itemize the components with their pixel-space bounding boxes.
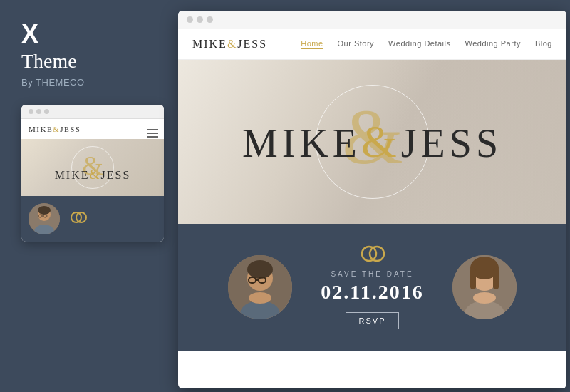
browser-dot-3	[207, 16, 213, 23]
mobile-dot-1	[28, 109, 33, 114]
mobile-browser-bar	[21, 105, 164, 119]
nav-link-home[interactable]: Home	[301, 39, 323, 49]
dark-section: SAVE THE DATE 02.11.2016 RSVP	[178, 224, 566, 351]
save-date-value: 02.11.2016	[321, 281, 423, 304]
desktop-logo: MIKE&JESS	[192, 38, 267, 51]
nav-link-wedding-details[interactable]: Wedding Details	[388, 39, 450, 49]
svg-point-13	[247, 260, 273, 279]
nav-link-wedding-party[interactable]: Wedding Party	[465, 39, 521, 49]
svg-point-3	[38, 206, 51, 215]
mobile-logo: MIKE&JESS	[28, 125, 81, 133]
nav-link-our-story[interactable]: Our Story	[338, 39, 375, 49]
nav-link-blog[interactable]: Blog	[535, 39, 552, 49]
avatar-female-svg	[452, 255, 517, 319]
svg-rect-24	[470, 268, 476, 289]
mobile-avatar-male-svg	[28, 203, 60, 234]
center-content: SAVE THE DATE 02.11.2016 RSVP	[321, 245, 423, 329]
svg-point-18	[249, 292, 271, 304]
avatar-male-svg	[228, 255, 292, 319]
desktop-nav: MIKE&JESS Home Our Story Wedding Details…	[178, 29, 566, 60]
sidebar-theme-label: Theme	[21, 50, 77, 73]
save-the-date-label: SAVE THE DATE	[321, 270, 423, 278]
sidebar-x-icon: X	[21, 21, 38, 47]
hero-title: MIKE&JESS	[242, 119, 502, 165]
mobile-preview: MIKE&JESS & MIKE&JESS	[21, 105, 164, 242]
sidebar-by-label: By By THEMECOTHEMECO	[21, 77, 85, 88]
rsvp-button[interactable]: RSVP	[346, 312, 400, 329]
main-preview: MIKE&JESS Home Our Story Wedding Details…	[178, 11, 566, 388]
mobile-dark-section	[21, 196, 164, 242]
browser-dot-2	[197, 16, 203, 23]
mobile-hero-title: MIKE&JESS	[55, 167, 131, 182]
hero-section: & MIKE&JESS	[178, 60, 566, 224]
mobile-hero: & MIKE&JESS	[21, 139, 164, 196]
svg-rect-25	[493, 268, 499, 289]
mobile-avatar-male	[28, 203, 60, 234]
rings-svg	[360, 245, 385, 262]
mobile-nav: MIKE&JESS	[21, 119, 164, 139]
avatar-male	[228, 255, 292, 319]
desktop-nav-links: Home Our Story Wedding Details Wedding P…	[301, 39, 552, 49]
mobile-dot-2	[36, 109, 41, 114]
svg-point-27	[473, 292, 496, 304]
mobile-rings-icon	[66, 207, 91, 231]
mobile-hamburger-icon[interactable]	[147, 129, 158, 138]
mobile-rings-svg	[70, 211, 87, 224]
browser-dot-1	[187, 16, 193, 23]
rings-icon	[321, 245, 423, 266]
avatar-female	[452, 255, 517, 319]
sidebar: X Theme By By THEMECOTHEMECO MIKE&JESS &	[0, 0, 175, 392]
mobile-dot-3	[44, 109, 49, 114]
hero-title-text: MIKE&JESS	[242, 119, 502, 165]
browser-bar	[178, 11, 566, 29]
